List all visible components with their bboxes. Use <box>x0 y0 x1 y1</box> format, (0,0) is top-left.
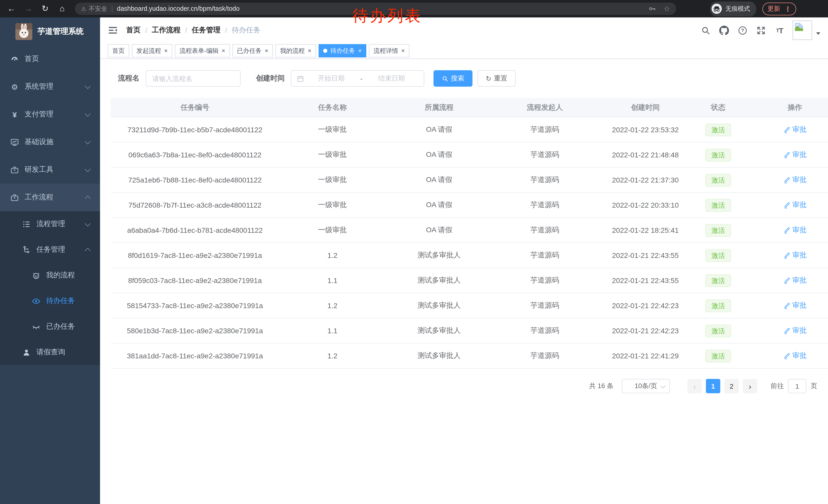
app-logo-avatar <box>15 23 32 40</box>
sidebar-fold-icon[interactable] <box>108 25 118 35</box>
sidebar: 芋道管理系统 首页 ⚙ 系统管理 ¥ 支付管理 <box>0 17 100 504</box>
tab-my-process[interactable]: 我的流程× <box>276 44 316 57</box>
close-icon[interactable]: × <box>265 48 268 54</box>
sidebar-item-workflow[interactable]: 工作流程 <box>0 184 100 211</box>
chevron-down-icon <box>85 83 91 89</box>
page-button-2[interactable]: 2 <box>724 379 739 393</box>
page-button-1[interactable]: 1 <box>706 379 720 393</box>
fullscreen-icon[interactable] <box>756 26 766 35</box>
close-icon[interactable]: × <box>308 48 312 54</box>
end-date-placeholder[interactable]: 结束日期 <box>365 74 419 83</box>
page-size-select[interactable]: 10条/页 <box>622 379 670 393</box>
approve-link[interactable]: 审批 <box>783 301 807 310</box>
eye-closed-icon <box>32 322 41 331</box>
browser-forward-icon[interactable]: → <box>23 0 34 17</box>
approve-link[interactable]: 审批 <box>783 200 807 210</box>
sidebar-item-process-mgmt[interactable]: 流程管理 <box>0 211 100 237</box>
col-create-time: 创建时间 <box>597 98 694 117</box>
filter-form: 流程名 创建时间 开始日期 - 结束日期 搜索 ↻ <box>118 70 817 87</box>
edit-pen-icon <box>783 176 790 183</box>
table-row: 8f059c03-7ac8-11ec-a9e2-a2380e71991a 1.1… <box>111 268 828 293</box>
sidebar-item-done-tasks[interactable]: 已办任务 <box>0 314 100 339</box>
sidebar-item-infra[interactable]: 基础设施 <box>0 128 100 156</box>
goto-page-input[interactable] <box>788 379 806 393</box>
breadcrumb-workflow[interactable]: 工作流程 <box>152 26 180 35</box>
top-navbar: 首页 / 工作流程 / 任务管理 / 待办任务 ? <box>100 17 828 43</box>
next-page-button[interactable]: › <box>743 379 757 393</box>
omnibox-divider <box>112 5 112 12</box>
sidebar-item-leave-query[interactable]: 请假查询 <box>0 339 100 365</box>
sidebar-item-devtools[interactable]: 研发工具 <box>0 156 100 184</box>
close-icon[interactable]: × <box>222 48 225 54</box>
browser-back-icon[interactable]: ← <box>6 0 17 17</box>
approve-link[interactable]: 审批 <box>783 150 807 159</box>
process-name-input[interactable] <box>146 70 241 87</box>
search-icon[interactable] <box>701 26 710 35</box>
approve-link[interactable]: 审批 <box>783 351 807 360</box>
tab-form-edit[interactable]: 流程表单-编辑× <box>175 44 230 57</box>
eye-icon <box>32 296 41 305</box>
sidebar-item-task-mgmt[interactable]: 任务管理 <box>0 237 100 263</box>
chevron-down-icon <box>85 221 91 226</box>
search-button[interactable]: 搜索 <box>433 70 472 87</box>
tab-home[interactable]: 首页 <box>108 44 129 57</box>
incognito-icon <box>711 4 722 14</box>
breadcrumb-task-mgmt[interactable]: 任务管理 <box>192 26 220 35</box>
workflow-submenu: 流程管理 任务管理 我的流程 <box>0 211 100 365</box>
approve-link[interactable]: 审批 <box>783 175 807 184</box>
avatar[interactable] <box>793 20 812 40</box>
password-key-icon[interactable] <box>648 5 656 13</box>
table-row: 725a1eb6-7b88-11ec-8ef0-acde48001122 一级审… <box>111 168 828 192</box>
date-range-picker[interactable]: 开始日期 - 结束日期 <box>291 70 424 87</box>
approve-link[interactable]: 审批 <box>783 250 807 260</box>
refresh-icon: ↻ <box>486 75 492 82</box>
browser-reload-icon[interactable]: ↻ <box>40 0 51 17</box>
browser-menu-kebab-icon[interactable]: ⋮ <box>784 5 791 12</box>
help-icon[interactable]: ? <box>738 26 747 35</box>
browser-update-button[interactable]: 更新 ⋮ <box>762 2 796 15</box>
sidebar-item-payment[interactable]: ¥ 支付管理 <box>0 100 100 128</box>
chevron-down-icon <box>661 383 666 388</box>
breadcrumb-current: 待办任务 <box>232 26 260 35</box>
start-date-placeholder[interactable]: 开始日期 <box>304 74 358 83</box>
browser-home-icon[interactable]: ⌂ <box>56 0 68 17</box>
table-row: 73211d9d-7b9b-11ec-b5b7-acde48001122 一级审… <box>111 117 828 142</box>
approve-link[interactable]: 审批 <box>783 326 807 335</box>
sidebar-item-todo-tasks[interactable]: 待办任务 <box>0 288 100 314</box>
edit-pen-icon <box>783 201 790 209</box>
approve-link[interactable]: 审批 <box>783 125 807 134</box>
tab-start-process[interactable]: 发起流程× <box>132 44 172 57</box>
sidebar-item-system[interactable]: ⚙ 系统管理 <box>0 73 100 100</box>
sidebar-item-home[interactable]: 首页 <box>0 45 100 73</box>
reset-button[interactable]: ↻ 重置 <box>478 70 515 87</box>
tab-process-detail[interactable]: 流程详情× <box>369 44 409 57</box>
robot-face-icon <box>32 271 41 280</box>
close-icon[interactable]: × <box>164 48 168 54</box>
avatar-caret-icon[interactable] <box>816 32 820 35</box>
prev-page-button[interactable]: ‹ <box>688 379 702 393</box>
col-task-name: 任务名称 <box>279 98 386 117</box>
status-badge: 激活 <box>705 324 731 337</box>
yen-icon: ¥ <box>10 110 19 119</box>
goto-label: 前往 <box>771 381 784 391</box>
col-process: 所属流程 <box>386 98 493 117</box>
close-icon[interactable]: × <box>358 48 362 54</box>
font-size-icon[interactable]: TT <box>775 26 784 35</box>
chevron-down-icon <box>85 111 91 117</box>
approve-link[interactable]: 审批 <box>783 225 807 235</box>
security-label[interactable]: 不安全 <box>89 4 107 13</box>
breadcrumb-home[interactable]: 首页 <box>126 26 140 35</box>
edit-pen-icon <box>783 251 790 259</box>
tab-todo-tasks[interactable]: 待办任务× <box>319 44 366 57</box>
github-icon[interactable] <box>719 26 729 35</box>
sidebar-item-my-process[interactable]: 我的流程 <box>0 263 100 288</box>
status-badge: 激活 <box>705 148 731 161</box>
approve-link[interactable]: 审批 <box>783 276 807 285</box>
app-logo-row: 芋道管理系统 <box>0 17 100 43</box>
bookmark-star-icon[interactable]: ☆ <box>664 5 670 13</box>
sidebar-menu: 首页 ⚙ 系统管理 ¥ 支付管理 基础设施 <box>0 45 100 365</box>
tab-done-tasks[interactable]: 已办任务× <box>233 44 273 57</box>
close-icon[interactable]: × <box>401 48 405 54</box>
pagination: 共 16 条 10条/页 ‹ 1 2 › 前往 页 <box>111 379 817 393</box>
tree-nodes-icon <box>22 245 31 254</box>
